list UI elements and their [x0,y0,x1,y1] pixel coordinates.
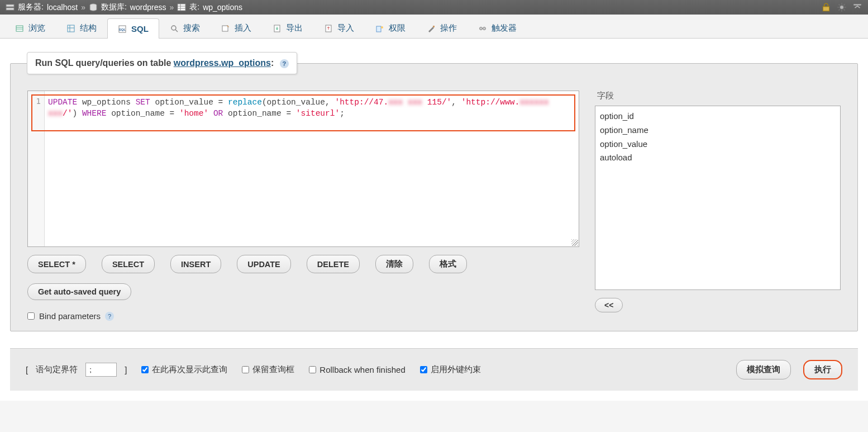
svg-rect-3 [178,4,185,11]
svg-rect-1 [6,8,14,10]
svg-point-32 [381,26,383,29]
db-label: 数据库: [101,2,127,12]
bind-params-checkbox[interactable] [27,312,35,320]
fields-label: 字段 [595,91,841,101]
tab-privileges[interactable]: 权限 [365,18,416,38]
select-star-button[interactable]: SELECT * [27,255,86,273]
tab-triggers[interactable]: 触发器 [468,18,527,38]
table-icon [177,3,186,12]
content-panel: Run SQL query/queries on table wordpress… [0,39,868,401]
svg-rect-18 [16,26,23,31]
separator: » [169,3,174,12]
server-label: 服务器: [18,2,44,12]
gear-icon[interactable] [837,2,847,12]
triggers-icon [478,24,487,33]
search-icon [170,24,179,33]
bind-params-label: Bind parameters [39,311,101,321]
line-gutter: 1 [28,91,45,246]
rollback-option[interactable]: Rollback when finished [309,365,405,374]
panel-title: Run SQL query/queries on table wordpress… [27,52,297,74]
delimiter-label: 语句定界符 [36,364,78,375]
browse-icon [15,24,24,33]
footer-bar: [ 语句定界符 ] 在此再次显示此查询 保留查询框 Rollback when … [10,348,858,391]
insert-button[interactable]: INSERT [170,255,221,273]
format-button[interactable]: 格式 [429,255,467,273]
tab-sql[interactable]: SQLSQL [107,18,159,39]
svg-point-34 [479,27,482,30]
tab-search[interactable]: 搜索 [159,18,211,38]
svg-rect-28 [222,26,228,31]
help-icon[interactable]: ? [280,59,289,68]
svg-point-26 [171,26,176,30]
server-icon [6,3,15,12]
svg-rect-31 [376,26,381,32]
structure-icon [66,24,75,33]
server-link[interactable]: localhost [47,3,78,12]
delimiter-input[interactable] [85,363,117,377]
lock-icon[interactable] [821,2,831,12]
privileges-icon [375,24,384,33]
field-option[interactable]: option_name [600,124,836,137]
svg-line-15 [838,9,840,10]
svg-rect-33 [433,26,435,27]
svg-line-16 [843,4,845,5]
table-link[interactable]: wp_options [203,3,242,12]
field-option[interactable]: option_value [600,137,836,151]
show-again-option[interactable]: 在此再次显示此查询 [141,364,227,375]
svg-line-27 [175,30,178,32]
tab-import[interactable]: 导入 [313,18,365,38]
keep-box-option[interactable]: 保留查询框 [242,364,294,375]
svg-rect-0 [6,4,14,7]
tab-browse[interactable]: 浏览 [4,18,56,38]
svg-line-13 [838,4,840,5]
sql-editor[interactable]: 1 UPDATE wp_options SET option_value = r… [27,91,579,247]
tab-structure[interactable]: 结构 [56,18,107,38]
field-option[interactable]: autoload [600,151,836,165]
resize-handle[interactable] [571,239,578,246]
fields-listbox[interactable]: option_idoption_nameoption_valueautoload [595,106,841,290]
svg-text:SQL: SQL [119,28,126,31]
import-icon [324,24,333,33]
tab-insert[interactable]: 插入 [211,18,262,38]
svg-line-14 [843,9,845,10]
svg-rect-7 [823,7,829,11]
breadcrumb: 服务器: localhost » 数据库: wordpress » 表: wp_… [0,0,868,15]
simulate-button[interactable]: 模拟查询 [736,360,791,379]
tab-operations[interactable]: 操作 [416,18,468,38]
svg-rect-21 [68,25,74,32]
export-icon [273,24,282,33]
table-title-link[interactable]: wordpress.wp_options [174,58,271,68]
svg-point-35 [483,27,485,30]
field-option[interactable]: option_id [600,110,836,124]
sql-button-row: SELECT * SELECT INSERT UPDATE DELETE 清除 … [27,255,579,273]
tab-export[interactable]: 导出 [262,18,313,38]
db-link[interactable]: wordpress [130,3,166,12]
collapse-icon[interactable] [852,2,862,12]
insert-field-button[interactable]: << [595,298,623,312]
operations-icon [427,24,436,33]
insert-icon [221,24,230,33]
go-button[interactable]: 执行 [803,360,842,379]
update-button[interactable]: UPDATE [237,255,291,273]
fk-option[interactable]: 启用外键约束 [420,364,481,375]
tab-bar: 浏览结构SQLSQL搜索插入导出导入权限操作触发器 [0,15,868,39]
separator: » [81,3,85,12]
select-button[interactable]: SELECT [102,255,155,273]
database-icon [89,3,98,12]
sql-icon: SQL [118,25,127,34]
clear-button[interactable]: 清除 [375,255,413,273]
svg-point-8 [840,6,844,10]
delete-button[interactable]: DELETE [307,255,360,273]
help-icon[interactable]: ? [105,312,114,321]
table-label: 表: [189,2,199,12]
sql-code[interactable]: UPDATE wp_options SET option_value = rep… [48,97,574,120]
get-auto-saved-button[interactable]: Get auto-saved query [27,283,131,300]
